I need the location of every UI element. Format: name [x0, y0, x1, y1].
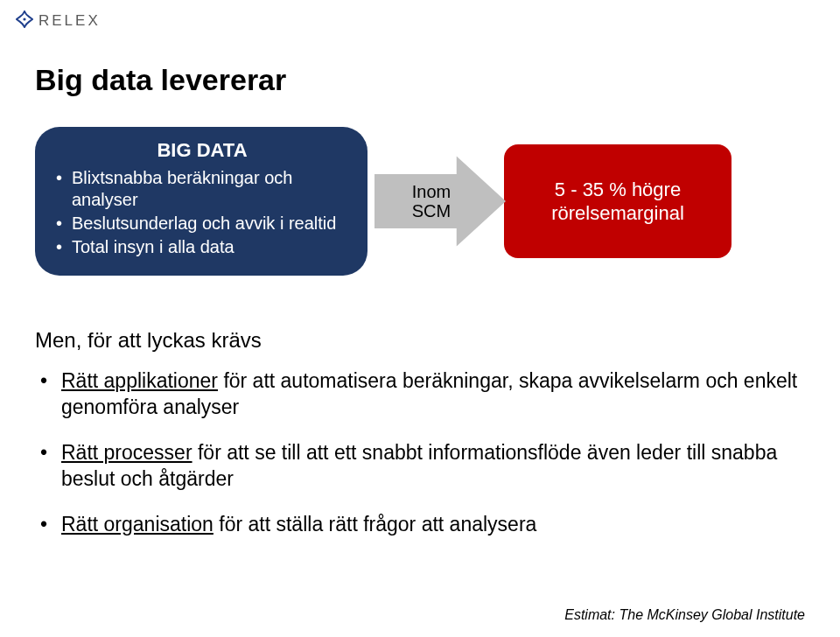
list-item: Rätt processer för att se till att ett s… — [35, 440, 805, 493]
subheading: Men, för att lyckas krävs — [35, 328, 805, 353]
bigdata-item: Blixtsnabba beräkningar och analyser — [56, 167, 348, 211]
arrow-label-line1: Inom — [412, 182, 451, 201]
bigdata-item: Beslutsunderlag och avvik i realtid — [56, 213, 348, 234]
flow-diagram: BIG DATA Blixtsnabba beräkningar och ana… — [35, 127, 805, 276]
list-item: Rätt organisation för att ställa rätt fr… — [35, 512, 805, 538]
source-citation: Estimat: The McKinsey Global Institute — [564, 607, 805, 623]
brand-logo: RELEX — [16, 10, 101, 32]
list-item-lead: Rätt processer — [61, 441, 192, 464]
svg-point-0 — [23, 18, 25, 20]
bigdata-item: Total insyn i alla data — [56, 236, 348, 258]
page-title: Big data levererar — [35, 63, 805, 97]
list-item: Rätt applikationer för att automatisera … — [35, 368, 805, 421]
bigdata-box: BIG DATA Blixtsnabba beräkningar och ana… — [35, 127, 368, 276]
bigdata-list: Blixtsnabba beräkningar och analyser Bes… — [56, 167, 348, 258]
requirements-list: Rätt applikationer för att automatisera … — [35, 368, 805, 537]
outcome-box: 5 - 35 % högre rörelsemarginal — [504, 144, 732, 258]
arrow-block: Inom SCM — [374, 153, 506, 249]
outcome-line2: rörelsemarginal — [551, 201, 684, 226]
list-item-rest: för att ställa rätt frågor att analysera — [214, 513, 536, 536]
logo-text: RELEX — [38, 12, 101, 30]
list-item-lead: Rätt applikationer — [61, 369, 218, 392]
logo-icon — [16, 10, 33, 32]
outcome-line1: 5 - 35 % högre — [555, 178, 681, 202]
arrow-label: Inom SCM — [374, 182, 506, 220]
list-item-lead: Rätt organisation — [61, 513, 214, 536]
arrow-label-line2: SCM — [412, 201, 451, 220]
bigdata-heading: BIG DATA — [56, 139, 348, 162]
